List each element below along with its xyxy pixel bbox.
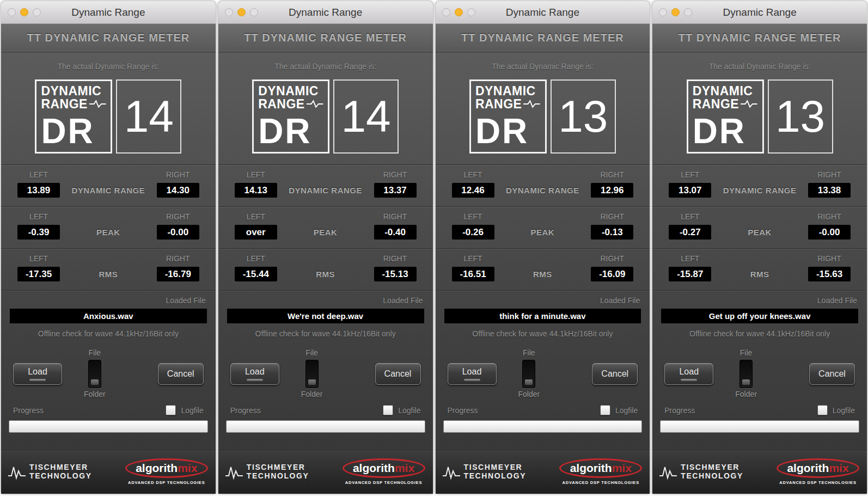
- algorithmix-ellipse: algorithmix: [125, 458, 208, 478]
- peak-section: LEFT RIGHT -0.27 PEAK -0.00: [652, 206, 867, 248]
- loaded-file-name: Get up off your knees.wav: [661, 309, 858, 323]
- rms-right-value: -15.13: [374, 267, 417, 281]
- rms-section: LEFT RIGHT -15.87 RMS -15.63: [652, 248, 867, 290]
- window-title: Dynamic Range: [436, 7, 650, 19]
- peak-values: -0.27 PEAK -0.00: [652, 225, 867, 240]
- logfile-checkbox[interactable]: [166, 405, 176, 415]
- algorithmix-ellipse: algorithmix: [559, 458, 642, 478]
- progress-label: Progress: [230, 406, 261, 415]
- rms-values: -17.35 RMS -16.79: [1, 267, 216, 281]
- left-label: LEFT: [17, 170, 60, 179]
- pulse-icon: [306, 100, 323, 108]
- cancel-button-label: Cancel: [601, 369, 628, 379]
- dr-value: 14: [341, 94, 391, 139]
- algorithmix-ellipse: algorithmix: [777, 458, 859, 478]
- dr-number-box: 13: [551, 79, 616, 154]
- load-button-label: Load: [679, 367, 699, 377]
- dynamic-range-right-value: 14.30: [157, 183, 199, 198]
- file-folder-switch[interactable]: [739, 360, 753, 388]
- progress-row: Progress Logfile: [218, 400, 433, 415]
- dr-logo-text-range: RANGE: [258, 97, 305, 111]
- algorithmix-logo: algorithmix ADVANCED DSP TECHNOLOGIES: [559, 458, 642, 485]
- left-label: LEFT: [235, 212, 277, 221]
- dr-logo-text-range: RANGE: [41, 97, 88, 111]
- loaded-file-label: Loaded File: [218, 291, 433, 305]
- dr-logo-text-dynamic: DYNAMIC: [258, 84, 323, 97]
- cancel-button[interactable]: Cancel: [158, 363, 204, 385]
- dr-number-box: 14: [116, 79, 181, 154]
- dr-logo: DYNAMIC RANGE DR 13: [652, 79, 867, 154]
- cancel-button[interactable]: Cancel: [375, 363, 421, 385]
- tischmeyer-text: TISCHMEYER TECHNOLOGY: [464, 463, 527, 480]
- peak-values: over PEAK -0.40: [218, 225, 433, 240]
- title-bar: Dynamic Range: [1, 1, 216, 24]
- right-label: RIGHT: [374, 212, 417, 221]
- load-button[interactable]: Load: [230, 363, 279, 385]
- file-folder-switch-group: File Folder: [735, 348, 757, 400]
- dynamic-range-values: 12.46 DYNAMIC RANGE 12.96: [436, 183, 650, 198]
- tischmeyer-text: TISCHMEYER TECHNOLOGY: [247, 463, 309, 480]
- rms-label: RMS: [316, 269, 335, 279]
- app-header: TT DYNAMIC RANGE METER: [218, 24, 433, 52]
- meter-window: Dynamic Range TT DYNAMIC RANGE METER The…: [652, 1, 867, 494]
- algorithmix-subtitle: ADVANCED DSP TECHNOLOGIES: [563, 480, 639, 485]
- loaded-file-label: Loaded File: [652, 291, 867, 305]
- dr-logo-text-range-row: RANGE: [475, 97, 541, 111]
- rms-section: LEFT RIGHT -17.35 RMS -16.79: [1, 248, 216, 290]
- pulse-icon: [523, 100, 540, 108]
- loaded-file-section: Loaded File Anxious.wav Offline check fo…: [1, 290, 216, 341]
- progress-bar: [9, 420, 208, 433]
- load-button[interactable]: Load: [664, 363, 713, 385]
- peak-values: -0.26 PEAK -0.13: [436, 225, 650, 240]
- cancel-button-label: Cancel: [384, 369, 412, 379]
- meter-window: Dynamic Range TT DYNAMIC RANGE METER The…: [436, 1, 650, 494]
- progress-row: Progress Logfile: [652, 400, 867, 415]
- dynamic-range-label: DYNAMIC RANGE: [71, 186, 145, 195]
- algorithmix-text-red: mix: [395, 462, 414, 475]
- logfile-label: Logfile: [398, 406, 420, 415]
- dr-number-box: 14: [333, 79, 399, 154]
- pulse-icon: [740, 100, 757, 108]
- title-bar: Dynamic Range: [652, 1, 867, 24]
- logfile-checkbox[interactable]: [817, 405, 828, 415]
- dr-logo: DYNAMIC RANGE DR 14: [218, 79, 433, 154]
- right-label: RIGHT: [808, 212, 851, 221]
- peak-values: -0.39 PEAK -0.00: [1, 225, 216, 240]
- pulse-icon: [89, 100, 106, 108]
- right-label: RIGHT: [808, 254, 851, 263]
- progress-bar: [660, 420, 859, 433]
- dr-logo-box: DYNAMIC RANGE DR: [35, 79, 112, 154]
- logfile-checkbox[interactable]: [600, 405, 610, 415]
- meter-window: Dynamic Range TT DYNAMIC RANGE METER The…: [1, 1, 216, 494]
- dr-value: 13: [558, 94, 608, 139]
- peak-label: PEAK: [314, 228, 338, 237]
- tischmeyer-line2: TECHNOLOGY: [247, 472, 309, 480]
- load-button[interactable]: Load: [13, 363, 62, 385]
- file-folder-switch[interactable]: [305, 360, 319, 388]
- dr-logo-abbr: DR: [41, 114, 106, 149]
- logfile-checkbox[interactable]: [383, 405, 393, 415]
- window-title: Dynamic Range: [218, 7, 433, 19]
- right-label: RIGHT: [591, 254, 633, 263]
- load-button-groove: [464, 379, 480, 381]
- logfile-group: Logfile: [817, 405, 855, 415]
- file-folder-switch[interactable]: [88, 360, 101, 388]
- progress-bar: [443, 420, 643, 433]
- window-title: Dynamic Range: [1, 7, 216, 19]
- load-button[interactable]: Load: [448, 363, 497, 385]
- cancel-button[interactable]: Cancel: [809, 363, 855, 385]
- left-label: LEFT: [669, 254, 711, 263]
- algorithmix-logo: algorithmix ADVANCED DSP TECHNOLOGIES: [343, 458, 425, 485]
- left-label: LEFT: [17, 254, 60, 263]
- offline-note: Offline check for wave 44.1kHz/16Bit onl…: [436, 323, 650, 338]
- dynamic-range-right-value: 12.96: [591, 183, 633, 198]
- loaded-file-name: think for a minute.wav: [444, 309, 641, 323]
- dynamic-range-channel-labels: LEFT RIGHT: [652, 170, 867, 179]
- file-folder-switch-group: File Folder: [518, 348, 540, 400]
- peak-section: LEFT RIGHT -0.26 PEAK -0.13: [436, 206, 650, 248]
- algorithmix-text-white: algorith: [353, 462, 395, 475]
- file-folder-switch[interactable]: [522, 360, 535, 388]
- load-button-groove: [681, 379, 697, 381]
- dr-logo-abbr: DR: [258, 114, 323, 149]
- cancel-button[interactable]: Cancel: [592, 363, 638, 385]
